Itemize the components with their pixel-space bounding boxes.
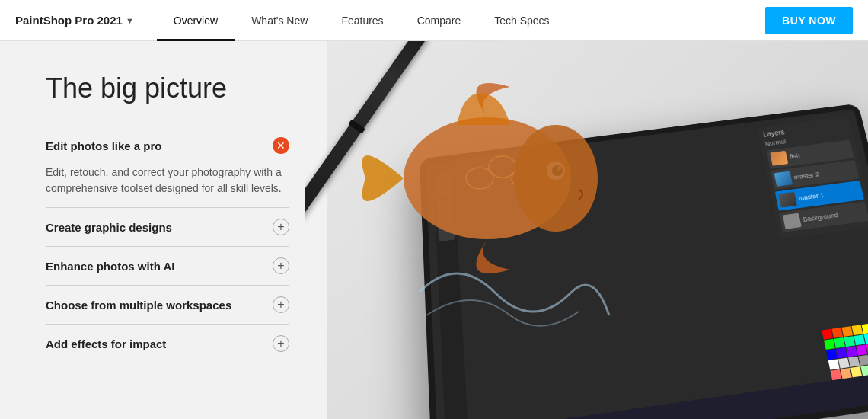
brand-name: PaintShop Pro 2021: [15, 14, 123, 27]
color-swatch[interactable]: [831, 328, 843, 338]
layer-thumb-2: [774, 171, 793, 187]
accordion-header-effects[interactable]: Add effects for impact +: [46, 325, 289, 363]
layer-thumb-3: [778, 192, 797, 208]
accordion-header-workspaces[interactable]: Choose from multiple workspaces +: [46, 286, 289, 324]
layer-thumb-1: [770, 151, 788, 166]
nav-overview[interactable]: Overview: [157, 0, 235, 41]
illustration: Layers Normal fish master 2 master 1: [305, 41, 868, 419]
accordion: Edit photos like a pro ✕ Edit, retouch, …: [46, 126, 289, 363]
main-content: The big picture Edit photos like a pro ✕…: [0, 41, 868, 419]
tablet-taskbar: [437, 368, 868, 419]
svg-point-7: [514, 125, 598, 232]
accordion-title-enhance-photos: Enhance photos with AI: [46, 260, 174, 273]
accordion-title-workspaces: Choose from multiple workspaces: [46, 299, 231, 312]
accordion-item-workspaces: Choose from multiple workspaces +: [46, 285, 289, 324]
layers-panel: Layers Normal fish master 2 master 1: [758, 117, 868, 239]
color-swatch[interactable]: [836, 347, 847, 358]
color-swatch[interactable]: [834, 337, 845, 348]
accordion-plus-icon-1: +: [273, 219, 289, 235]
accordion-header-edit-photos[interactable]: Edit photos like a pro ✕: [46, 126, 289, 165]
color-swatch[interactable]: [841, 326, 853, 337]
accordion-header-graphic-designs[interactable]: Create graphic designs +: [46, 208, 289, 246]
color-swatch[interactable]: [858, 355, 868, 366]
accordion-item-enhance-photos: Enhance photos with AI +: [46, 246, 289, 285]
accordion-title-graphic-designs: Create graphic designs: [46, 221, 172, 234]
color-swatch[interactable]: [828, 359, 840, 369]
accordion-title-edit-photos: Edit photos like a pro: [46, 139, 162, 152]
right-panel: Layers Normal fish master 2 master 1: [327, 41, 868, 419]
nav-tech-specs[interactable]: Tech Specs: [477, 0, 566, 41]
accordion-plus-icon-2: +: [273, 257, 289, 274]
layer-label-3: master 1: [798, 191, 825, 201]
brand[interactable]: PaintShop Pro 2021 ▼: [15, 14, 134, 27]
accordion-header-enhance-photos[interactable]: Enhance photos with AI +: [46, 247, 289, 285]
accordion-item-effects: Add effects for impact +: [46, 324, 289, 363]
layer-label-2: master 2: [793, 171, 820, 181]
accordion-plus-icon-4: +: [273, 335, 289, 352]
fish-illustration: [305, 41, 685, 369]
stylus-button: [348, 120, 365, 134]
accordion-body-edit-photos: Edit, retouch, and correct your photogra…: [46, 165, 289, 207]
accordion-title-effects: Add effects for impact: [46, 337, 166, 350]
color-swatch[interactable]: [824, 339, 835, 350]
accordion-item-edit-photos: Edit photos like a pro ✕ Edit, retouch, …: [46, 126, 289, 207]
accordion-close-icon: ✕: [273, 137, 289, 154]
nav-links: Overview What's New Features Compare Tec…: [157, 0, 765, 41]
hero-title: The big picture: [46, 72, 289, 104]
navigation: PaintShop Pro 2021 ▼ Overview What's New…: [0, 0, 868, 41]
nav-features[interactable]: Features: [324, 0, 400, 41]
layer-label-1: fish: [789, 152, 800, 160]
nav-whats-new[interactable]: What's New: [235, 0, 324, 41]
accordion-item-graphic-designs: Create graphic designs +: [46, 207, 289, 246]
color-palette: [822, 318, 868, 377]
color-swatch[interactable]: [826, 349, 838, 360]
color-swatch[interactable]: [844, 336, 855, 347]
buy-now-button[interactable]: BUY NOW: [765, 7, 853, 34]
layer-label-4: Background: [803, 212, 839, 223]
left-panel: The big picture Edit photos like a pro ✕…: [0, 41, 327, 419]
color-swatch[interactable]: [860, 365, 868, 376]
layer-thumb-4: [783, 213, 802, 229]
color-swatch[interactable]: [822, 329, 833, 340]
color-swatch[interactable]: [846, 346, 857, 357]
accordion-plus-icon-3: +: [273, 296, 289, 313]
brand-chevron: ▼: [126, 16, 134, 25]
nav-compare[interactable]: Compare: [400, 0, 478, 41]
color-swatch[interactable]: [838, 358, 850, 369]
